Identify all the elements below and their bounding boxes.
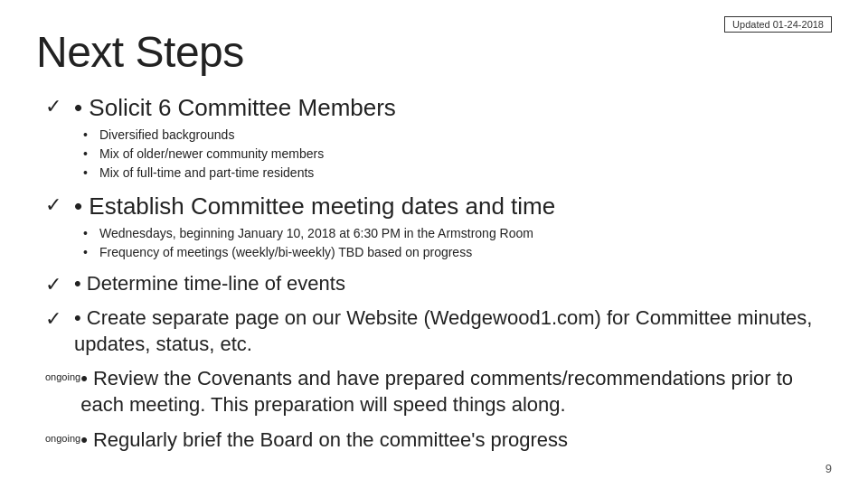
slide: Updated 01-24-2018 Next Steps ✓ • Solici… — [0, 0, 868, 488]
sub-item-text: Mix of older/newer community members — [99, 145, 324, 164]
list-item: ✓ • Create separate page on our Website … — [45, 305, 832, 357]
main-item-text: • Establish Committee meeting dates and … — [74, 192, 832, 222]
bullet-icon — [83, 164, 96, 183]
checkmark-icon: ✓ — [45, 273, 74, 296]
main-item-text: • Solicit 6 Committee Members — [74, 93, 832, 124]
main-item-text: • Create separate page on our Website (W… — [74, 305, 832, 357]
ongoing-label: ongoing — [45, 371, 80, 382]
list-item: ongoing • Review the Covenants and have … — [45, 366, 832, 418]
content-area: ✓ • Solicit 6 Committee Members Diversif… — [36, 93, 832, 453]
page-number: 9 — [826, 462, 832, 475]
sub-item-text: Wednesdays, beginning January 10, 2018 a… — [99, 224, 533, 243]
bullet-icon — [83, 224, 96, 243]
main-item-text: • Regularly brief the Board on the commi… — [80, 427, 832, 454]
item-content: • Regularly brief the Board on the commi… — [80, 427, 832, 454]
list-item: ✓ • Determine time-line of events — [45, 271, 832, 297]
sub-item-text: Frequency of meetings (weekly/bi-weekly)… — [99, 243, 472, 262]
item-content: • Establish Committee meeting dates and … — [74, 192, 832, 262]
main-item-text: • Review the Covenants and have prepared… — [80, 366, 832, 418]
bullet-icon — [83, 243, 96, 262]
item-content: • Create separate page on our Website (W… — [74, 305, 832, 357]
bullet-icon — [83, 145, 96, 164]
list-item: Wednesdays, beginning January 10, 2018 a… — [83, 224, 832, 243]
updated-badge: Updated 01-24-2018 — [724, 16, 832, 33]
list-item: ✓ • Solicit 6 Committee Members Diversif… — [45, 93, 832, 183]
list-item: ✓ • Establish Committee meeting dates an… — [45, 192, 832, 262]
list-item: Mix of older/newer community members — [83, 145, 832, 164]
ongoing-label: ongoing — [45, 433, 80, 444]
sub-item-text: Mix of full-time and part-time residents — [99, 164, 314, 183]
item-content: • Review the Covenants and have prepared… — [80, 366, 832, 418]
checkmark-icon: ✓ — [45, 95, 74, 118]
checkmark-icon: ✓ — [45, 193, 74, 217]
checkmark-icon: ✓ — [45, 307, 74, 331]
item-content: • Solicit 6 Committee Members Diversifie… — [74, 93, 832, 183]
page-title: Next Steps — [36, 27, 832, 77]
item-content: • Determine time-line of events — [74, 271, 832, 297]
bullet-icon — [83, 126, 96, 145]
sub-item-text: Diversified backgrounds — [99, 126, 234, 145]
sub-list: Wednesdays, beginning January 10, 2018 a… — [83, 224, 832, 262]
list-item: Frequency of meetings (weekly/bi-weekly)… — [83, 243, 832, 262]
list-item: Diversified backgrounds — [83, 126, 832, 145]
list-item: Mix of full-time and part-time residents — [83, 164, 832, 183]
sub-list: Diversified backgrounds Mix of older/new… — [83, 126, 832, 183]
list-item: ongoing • Regularly brief the Board on t… — [45, 427, 832, 454]
main-item-text: • Determine time-line of events — [74, 271, 832, 297]
